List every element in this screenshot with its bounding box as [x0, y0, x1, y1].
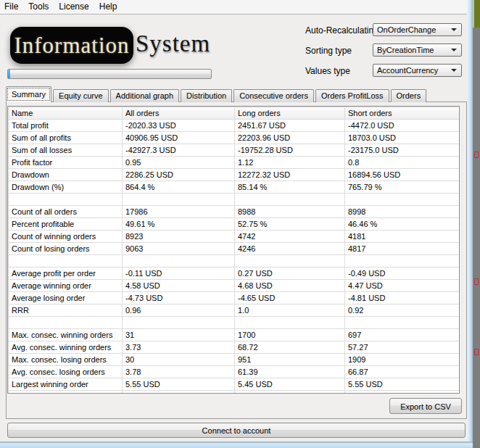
cell-all: [123, 255, 235, 267]
window-frame-right: [467, 0, 473, 442]
cell-name: Drawdown (%): [9, 181, 123, 194]
cell-short: -0.49 USD: [345, 267, 460, 280]
cell-short: 697: [345, 329, 460, 341]
export-to-csv-button[interactable]: Export to CSV: [389, 398, 462, 414]
table-row: Max. consec. losing orders309511909: [9, 354, 460, 366]
values-type-value: AccountCurrency: [377, 66, 438, 75]
menu-item-tools[interactable]: Tools: [23, 0, 54, 14]
cell-long: [235, 317, 345, 329]
cell-all: 5.55 USD: [123, 378, 235, 391]
menu-bar: FileToolsLicenseHelp: [0, 0, 468, 14]
cell-name: Count of all orders: [9, 206, 123, 218]
tab-distribution[interactable]: Distribution: [181, 89, 232, 102]
cell-short: -23175.0 USD: [345, 144, 460, 157]
table-row: Count of winning orders892347424181: [9, 231, 460, 243]
cell-long: 1.0: [235, 304, 345, 317]
table-row: Average winning order4.58 USD4.68 USD4.4…: [9, 280, 460, 292]
cell-name: Average losing order: [9, 292, 123, 304]
table-row: Total profit-2020.33 USD2451.67 USD-4472…: [9, 120, 460, 132]
cell-long: 4742: [235, 231, 345, 243]
table-row: Profit factor0.951.120.8: [9, 157, 460, 169]
cell-all: 17986: [123, 206, 235, 218]
cell-short: -6.05 USD: [345, 391, 460, 394]
tab-orders[interactable]: Orders: [391, 89, 427, 102]
cell-name: Largest losing order: [9, 391, 123, 394]
cell-long: 12272.32 USD: [235, 169, 345, 181]
cell-all: 4.58 USD: [123, 280, 235, 292]
cell-long: 52.75 %: [235, 218, 345, 231]
cell-long: -4.65 USD: [235, 292, 345, 304]
cell-all: [123, 317, 235, 329]
sorting-type-select[interactable]: ByCreationTime: [373, 43, 462, 57]
tab-orders-profitloss[interactable]: Orders ProfitLoss: [315, 89, 389, 102]
menu-item-help[interactable]: Help: [94, 0, 123, 14]
logo-text-primary: Information: [14, 33, 129, 59]
app-logo: Information: [10, 27, 133, 64]
cell-long: 22203.96 USD: [235, 132, 345, 144]
cell-short: 4817: [345, 243, 460, 255]
table-row: Average profit per order-0.11 USD0.27 US…: [9, 267, 460, 280]
cell-all: -2020.33 USD: [123, 120, 235, 132]
cell-name: Avg. consec. winning orders: [9, 341, 123, 354]
cell-long: -19752.28 USD: [235, 144, 345, 157]
cell-name: Count of losing orders: [9, 243, 123, 255]
menu-item-file[interactable]: File: [0, 0, 23, 14]
cell-short: [345, 255, 460, 267]
table-row: Avg. consec. losing orders3.7861.3966.87: [9, 366, 460, 378]
cell-short: 4181: [345, 231, 460, 243]
cell-short: 765.79 %: [345, 181, 460, 194]
cell-long: 68.72: [235, 341, 345, 354]
cell-short: 66.87: [345, 366, 460, 378]
cell-long: 1700: [235, 329, 345, 341]
table-row: RRR0.961.00.92: [9, 304, 460, 317]
background-app-strip: [473, 0, 480, 448]
cell-short: 46.46 %: [345, 218, 460, 231]
cell-short: 0.8: [345, 157, 460, 169]
table-row-empty: [9, 317, 460, 329]
values-type-select[interactable]: AccountCurrency: [373, 64, 462, 77]
sorting-type-label: Sorting type: [305, 44, 352, 57]
column-header-short: Short orders: [345, 107, 460, 120]
column-header-name: Name: [9, 107, 123, 120]
background-red-artifact: [474, 278, 479, 285]
background-red-artifact: [474, 152, 479, 158]
cell-name: Average winning order: [9, 280, 123, 292]
tab-consecutive-orders[interactable]: Consecutive orders: [233, 89, 314, 102]
cell-all: [123, 194, 235, 206]
cell-short: 1909: [345, 354, 460, 366]
tab-summary[interactable]: Summary: [6, 86, 51, 102]
column-header-long: Long orders: [235, 107, 345, 120]
cell-long: 85.14 %: [235, 181, 345, 194]
cell-name: Max. consec. losing orders: [9, 354, 123, 366]
cell-long: 951: [235, 354, 345, 366]
auto-recalculating-select[interactable]: OnOrderChange: [373, 23, 462, 36]
cell-name: Total profit: [9, 120, 123, 132]
cell-long: 5.45 USD: [235, 378, 345, 391]
cell-name: Drawdown: [9, 169, 123, 181]
tab-additional-graph[interactable]: Additional graph: [110, 89, 180, 102]
cell-long: 1.12: [235, 157, 345, 169]
cell-short: 57.27: [345, 341, 460, 354]
cell-name: Percent profitable: [9, 218, 123, 231]
logo-text-secondary: System: [136, 30, 210, 57]
cell-long: 8988: [235, 206, 345, 218]
tab-equity-curve[interactable]: Equity curve: [53, 89, 109, 102]
table-row: Largest losing order-6.35 USD-6.35 USD-6…: [9, 391, 460, 394]
cell-short: -4472.0 USD: [345, 120, 460, 132]
connect-to-account-button[interactable]: Connect to account: [7, 423, 465, 438]
progress-bar: [7, 69, 212, 79]
cell-short: -4.81 USD: [345, 292, 460, 304]
table-row: Sum of all losses-42927.3 USD-19752.28 U…: [9, 144, 460, 157]
cell-long: -6.35 USD: [235, 391, 345, 394]
tab-bar: SummaryEquity curveAdditional graphDistr…: [6, 86, 428, 102]
table-row: Average losing order-4.73 USD-4.65 USD-4…: [9, 292, 460, 304]
table-row: Count of all orders1798689888998: [9, 206, 460, 218]
chevron-down-icon: [451, 49, 457, 51]
menu-item-license[interactable]: License: [54, 0, 94, 14]
cell-long: 0.27 USD: [235, 267, 345, 280]
cell-all: -6.35 USD: [123, 391, 235, 394]
cell-long: [235, 255, 345, 267]
cell-name: Average profit per order: [9, 267, 123, 280]
cell-all: 49.61 %: [123, 218, 235, 231]
table-row: Count of losing orders906342464817: [9, 243, 460, 255]
